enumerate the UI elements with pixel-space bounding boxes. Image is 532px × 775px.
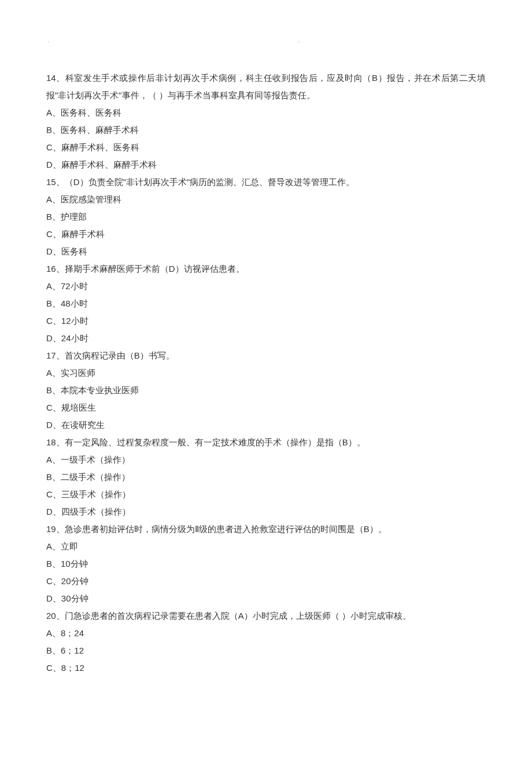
option-d: D、在读研究生 — [46, 416, 486, 434]
dot-right: . — [298, 35, 300, 46]
option-c: C、麻醉手术科 — [46, 226, 486, 243]
option-b: B、48小时 — [46, 295, 486, 312]
option-a: A、立即 — [46, 538, 486, 555]
option-d: D、四级手术（操作） — [46, 503, 486, 521]
question-20: 20、门急诊患者的首次病程记录需要在患者入院（A）小时完成，上级医师（ ）小时完… — [46, 607, 486, 677]
question-text: 17、首次病程记录由（B）书写。 — [46, 347, 486, 364]
option-b: B、6；12 — [46, 642, 486, 659]
question-text: 19、急诊患者初始评估时，病情分级为Ⅱ级的患者进入抢救室进行评估的时间围是（B）… — [46, 521, 486, 538]
question-18: 18、有一定风险、过程复杂程度一般、有一定技术难度的手术（操作）是指（B）。 A… — [46, 434, 486, 521]
question-19: 19、急诊患者初始评估时，病情分级为Ⅱ级的患者进入抢救室进行评估的时间围是（B）… — [46, 521, 486, 607]
option-c: C、12小时 — [46, 312, 486, 330]
option-c: C、20分钟 — [46, 573, 486, 590]
option-b: B、10分钟 — [46, 555, 486, 573]
option-b: B、护理部 — [46, 208, 486, 226]
option-a: A、8；24 — [46, 625, 486, 642]
question-text: 16、择期手术麻醉医师于术前（D）访视评估患者。 — [46, 260, 486, 278]
question-14: 14、科室发生手术或操作后非计划再次手术病例，科主任收到报告后，应及时向（B）报… — [46, 69, 486, 174]
question-text: 14、科室发生手术或操作后非计划再次手术病例，科主任收到报告后，应及时向（B）报… — [46, 69, 486, 104]
option-a: A、实习医师 — [46, 364, 486, 382]
option-c: C、8；12 — [46, 659, 486, 677]
question-text: 20、门急诊患者的首次病程记录需要在患者入院（A）小时完成，上级医师（ ）小时完… — [46, 607, 486, 625]
dot-left: . — [47, 35, 49, 46]
question-text: 15、（D）负责全院"非计划再次手术"病历的监测、汇总、督导改进等管理工作。 — [46, 174, 486, 191]
option-c: C、规培医生 — [46, 399, 486, 416]
question-16: 16、择期手术麻醉医师于术前（D）访视评估患者。 A、72小时 B、48小时 C… — [46, 260, 486, 347]
option-c: C、麻醉手术科、医务科 — [46, 139, 486, 156]
document-content: 14、科室发生手术或操作后非计划再次手术病例，科主任收到报告后，应及时向（B）报… — [46, 69, 486, 677]
option-d: D、24小时 — [46, 330, 486, 347]
option-a: A、一级手术（操作） — [46, 451, 486, 468]
option-c: C、三级手术（操作） — [46, 486, 486, 503]
option-d: D、30分钟 — [46, 590, 486, 607]
option-a: A、医院感染管理科 — [46, 191, 486, 208]
option-a: A、72小时 — [46, 278, 486, 295]
option-b: B、二级手术（操作） — [46, 468, 486, 486]
header-dots: . . — [46, 35, 301, 46]
option-b: B、本院本专业执业医师 — [46, 382, 486, 399]
question-text: 18、有一定风险、过程复杂程度一般、有一定技术难度的手术（操作）是指（B）。 — [46, 434, 486, 451]
option-d: D、医务科 — [46, 243, 486, 260]
question-17: 17、首次病程记录由（B）书写。 A、实习医师 B、本院本专业执业医师 C、规培… — [46, 347, 486, 434]
question-15: 15、（D）负责全院"非计划再次手术"病历的监测、汇总、督导改进等管理工作。 A… — [46, 174, 486, 260]
option-b: B、医务科、麻醉手术科 — [46, 121, 486, 139]
option-a: A、医务科、医务科 — [46, 104, 486, 121]
option-d: D、麻醉手术科、麻醉手术科 — [46, 156, 486, 174]
